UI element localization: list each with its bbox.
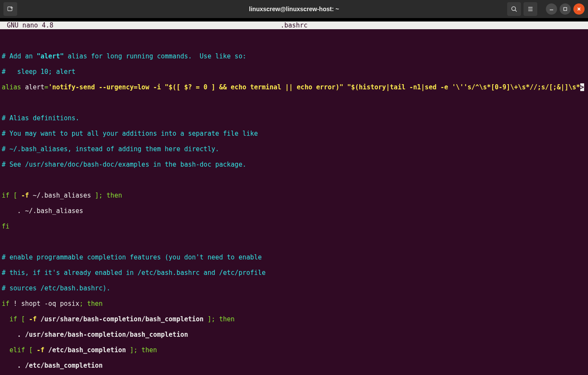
window-title: linuxscrew@linuxscrew-host: ~ xyxy=(0,5,588,13)
code-text: # sleep 10; alert xyxy=(2,68,76,76)
code-text: # sources /etc/bash.bashrc). xyxy=(2,284,110,292)
search-button[interactable] xyxy=(507,2,521,16)
nano-app-label: GNU nano 4.8 xyxy=(2,21,113,29)
hamburger-menu-button[interactable] xyxy=(524,2,537,16)
nano-header-bar: GNU nano 4.8 .bashrc xyxy=(0,21,588,29)
code-text: alias xyxy=(2,83,21,91)
code-text: [ xyxy=(21,315,29,323)
code-text: ; then xyxy=(134,346,157,354)
window-titlebar: linuxscrew@linuxscrew-host: ~ xyxy=(0,0,588,18)
code-text: # See /usr/share/doc/bash-doc/examples i… xyxy=(2,161,246,168)
svg-line-4 xyxy=(515,10,517,12)
code-text: ] xyxy=(130,346,134,354)
code-text: if xyxy=(2,300,9,308)
code-text: ] xyxy=(208,315,211,323)
code-text: [ xyxy=(13,192,21,199)
code-text: -f xyxy=(29,315,37,323)
code-text: "alert" xyxy=(37,52,64,60)
nano-filename: .bashrc xyxy=(113,21,475,29)
code-text: . ~/.bash_aliases xyxy=(2,207,83,215)
code-text: ] xyxy=(95,192,99,199)
code-text: . /etc/bash_completion xyxy=(2,362,103,369)
new-tab-button[interactable] xyxy=(3,2,17,16)
code-text: # ~/.bash_aliases, instead of adding the… xyxy=(2,145,219,153)
svg-rect-9 xyxy=(564,8,567,11)
code-text: # enable programmable completion feature… xyxy=(2,253,262,261)
code-text: /etc/bash_completion xyxy=(44,346,130,354)
code-text: # this, if it's already enabled in /etc/… xyxy=(2,269,266,277)
code-text: alert xyxy=(21,83,44,91)
code-text: ! xyxy=(9,300,21,308)
code-text: [ xyxy=(29,346,37,354)
code-text: # You may want to put all your additions… xyxy=(2,130,258,137)
titlebar-gap xyxy=(0,18,588,21)
code-text: ~/.bash_aliases xyxy=(29,192,95,199)
code-text: alias for long running commands. Use lik… xyxy=(64,52,246,60)
editor-area[interactable]: # Add an "alert" alias for long running … xyxy=(0,29,588,375)
code-text: fi xyxy=(2,223,9,230)
code-text: ; then xyxy=(99,192,122,199)
code-text: -f xyxy=(37,346,44,354)
code-text: elif xyxy=(2,346,29,354)
code-text: # Add an xyxy=(2,52,37,60)
line-continuation-marker: > xyxy=(580,83,584,91)
code-text: if xyxy=(2,192,13,199)
code-text: 'notify-send --urgency=low -i "$([ $? = … xyxy=(48,83,580,91)
code-text: if xyxy=(2,315,21,323)
code-text: -f xyxy=(21,192,29,199)
code-text: shopt -oq posix xyxy=(21,300,79,308)
code-text: # Alias definitions. xyxy=(2,114,80,122)
close-button[interactable] xyxy=(573,3,585,15)
svg-point-3 xyxy=(512,7,516,11)
minimize-button[interactable] xyxy=(546,3,557,15)
code-text: /usr/share/bash-completion/bash_completi… xyxy=(37,315,207,323)
code-text: ; then xyxy=(80,300,103,308)
code-text: ; then xyxy=(211,315,235,323)
maximize-button[interactable] xyxy=(560,3,571,15)
code-text: . /usr/share/bash-completion/bash_comple… xyxy=(2,331,188,338)
